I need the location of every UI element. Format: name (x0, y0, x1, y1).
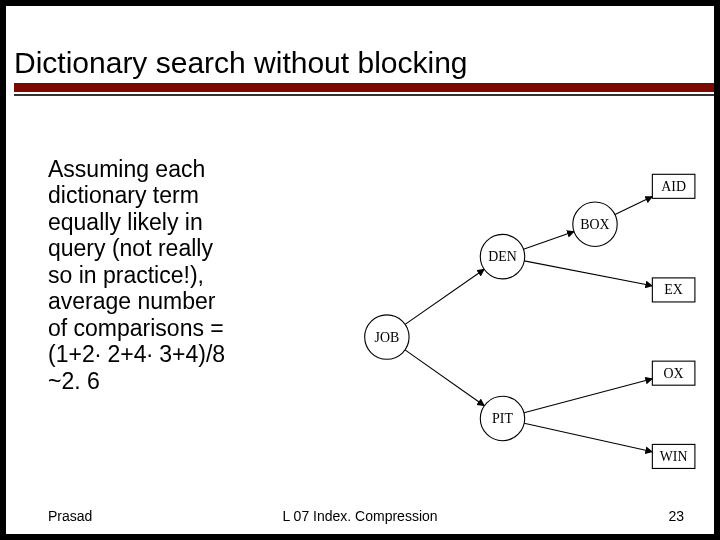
footer-lecture: L 07 Index. Compression (6, 508, 714, 524)
footer: Prasad L 07 Index. Compression 23 (6, 502, 714, 524)
body-paragraph: Assuming each dictionary term equally li… (48, 156, 328, 394)
title-rules (6, 81, 714, 95)
edge-DEN-BOX (523, 232, 574, 250)
node-label-BOX: BOX (580, 217, 609, 232)
title-area: Dictionary search without blocking (6, 6, 714, 81)
node-label-PIT: PIT (492, 411, 513, 426)
tree-svg: JOBDENPITBOXAIDEXOXWIN (336, 156, 706, 496)
leaf-label-WIN: WIN (660, 449, 688, 464)
leaf-label-OX: OX (664, 366, 684, 381)
edge-BOX-AID (615, 197, 652, 215)
node-label-DEN: DEN (488, 249, 516, 264)
leaf-label-AID: AID (661, 179, 686, 194)
node-label-JOB: JOB (375, 330, 400, 345)
rule-thin (14, 94, 714, 96)
edge-PIT-OX (524, 379, 652, 413)
slide-title: Dictionary search without blocking (14, 46, 706, 79)
edge-JOB-DEN (405, 269, 484, 324)
leaf-label-EX: EX (664, 282, 682, 297)
edge-PIT-WIN (524, 423, 652, 451)
slide: Dictionary search without blocking Assum… (6, 6, 714, 534)
body: Assuming each dictionary term equally li… (6, 156, 714, 494)
tree-diagram: JOBDENPITBOXAIDEXOXWIN (336, 156, 706, 496)
footer-page-number: 23 (668, 508, 684, 524)
edge-JOB-PIT (405, 350, 484, 406)
rule-thick (14, 83, 714, 92)
edge-DEN-EX (524, 261, 652, 286)
